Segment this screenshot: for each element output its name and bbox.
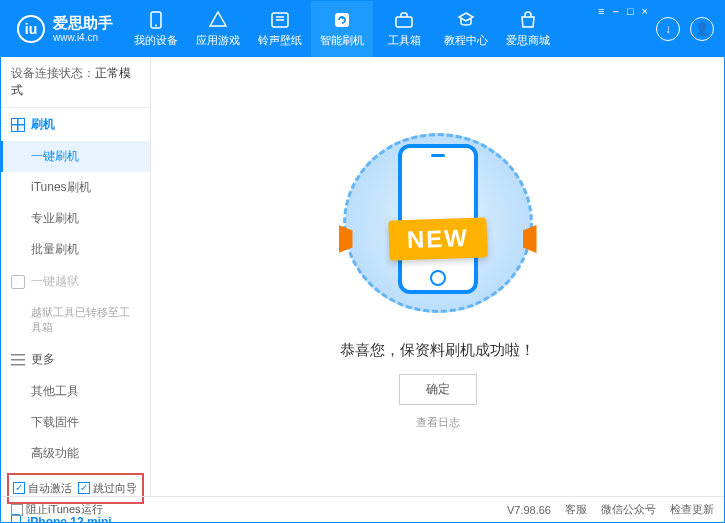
nav: 我的设备 应用游戏 铃声壁纸 智能刷机 工具箱 教程中心	[125, 1, 559, 57]
toolbox-icon	[395, 11, 413, 29]
minimize-icon[interactable]: −	[612, 5, 618, 17]
logo[interactable]: iu 爱思助手 www.i4.cn	[1, 15, 125, 43]
svg-point-1	[155, 24, 157, 26]
sidebar-item-oneclick-flash[interactable]: 一键刷机	[1, 141, 150, 172]
menu-icon[interactable]: ≡	[598, 5, 604, 17]
section-more: 更多 其他工具 下载固件 高级功能	[1, 343, 150, 469]
nav-toolbox[interactable]: 工具箱	[373, 1, 435, 57]
success-illustration: NEW	[333, 123, 543, 323]
section-title: 一键越狱	[31, 273, 79, 290]
section-more-header[interactable]: 更多	[1, 343, 150, 376]
close-icon[interactable]: ×	[642, 5, 648, 17]
footer-wechat[interactable]: 微信公众号	[601, 502, 656, 517]
footer: 阻止iTunes运行 V7.98.66 客服 微信公众号 检查更新	[1, 496, 724, 522]
svg-rect-3	[335, 13, 349, 27]
tutorial-icon	[457, 11, 475, 29]
section-flash: 刷机 一键刷机 iTunes刷机 专业刷机 批量刷机	[1, 108, 150, 265]
nav-label: 铃声壁纸	[258, 33, 302, 48]
nav-label: 教程中心	[444, 33, 488, 48]
footer-check-update[interactable]: 检查更新	[670, 502, 714, 517]
download-icon[interactable]: ↓	[656, 17, 680, 41]
nav-ringtones[interactable]: 铃声壁纸	[249, 1, 311, 57]
ok-button[interactable]: 确定	[399, 374, 477, 405]
profile-icons: ↓ 👤	[656, 17, 724, 41]
flash-icon	[333, 11, 351, 29]
sidebar-item-itunes-flash[interactable]: iTunes刷机	[1, 172, 150, 203]
sidebar: 设备连接状态：正常模式 刷机 一键刷机 iTunes刷机 专业刷机 批量刷机 一…	[1, 57, 151, 496]
checkbox-block-itunes[interactable]: 阻止iTunes运行	[11, 502, 103, 517]
store-icon	[519, 11, 537, 29]
cb-label: 跳过向导	[93, 481, 137, 496]
cb-label: 阻止iTunes运行	[26, 502, 103, 517]
app-window: iu 爱思助手 www.i4.cn 我的设备 应用游戏 铃声壁纸 智能刷机	[0, 0, 725, 523]
sidebar-item-advanced[interactable]: 高级功能	[1, 438, 150, 469]
section-jailbreak: 一键越狱 越狱工具已转移至工具箱	[1, 265, 150, 343]
nav-label: 应用游戏	[196, 33, 240, 48]
sidebar-item-pro-flash[interactable]: 专业刷机	[1, 203, 150, 234]
logo-icon: iu	[17, 15, 45, 43]
nav-my-device[interactable]: 我的设备	[125, 1, 187, 57]
jailbreak-note: 越狱工具已转移至工具箱	[1, 298, 150, 343]
apps-icon	[209, 11, 227, 29]
maximize-icon[interactable]: □	[627, 5, 634, 17]
main-content: NEW 恭喜您，保资料刷机成功啦！ 确定 查看日志	[151, 57, 724, 496]
list-icon	[11, 352, 25, 366]
checkbox-skip-guide[interactable]: ✓跳过向导	[78, 481, 137, 496]
nav-label: 爱思商城	[506, 33, 550, 48]
new-banner: NEW	[388, 217, 487, 260]
wallpaper-icon	[271, 11, 289, 29]
version-label: V7.98.66	[507, 504, 551, 516]
app-url: www.i4.cn	[53, 32, 113, 43]
nav-store[interactable]: 爱思商城	[497, 1, 559, 57]
nav-label: 智能刷机	[320, 33, 364, 48]
user-icon[interactable]: 👤	[690, 17, 714, 41]
flash-section-icon	[11, 118, 25, 132]
success-message: 恭喜您，保资料刷机成功啦！	[340, 341, 535, 360]
section-jailbreak-header[interactable]: 一键越狱	[1, 265, 150, 298]
nav-label: 我的设备	[134, 33, 178, 48]
svg-rect-4	[396, 17, 412, 27]
connection-status: 设备连接状态：正常模式	[1, 57, 150, 108]
titlebar: ≡ − □ ×	[598, 1, 656, 57]
device-icon	[147, 11, 165, 29]
sidebar-item-download-fw[interactable]: 下载固件	[1, 407, 150, 438]
nav-label: 工具箱	[388, 33, 421, 48]
checkbox-auto-activate[interactable]: ✓自动激活	[13, 481, 72, 496]
lock-icon	[11, 275, 25, 289]
cb-label: 自动激活	[28, 481, 72, 496]
app-title: 爱思助手	[53, 15, 113, 32]
header: iu 爱思助手 www.i4.cn 我的设备 应用游戏 铃声壁纸 智能刷机	[1, 1, 724, 57]
section-title: 更多	[31, 351, 55, 368]
sidebar-item-batch-flash[interactable]: 批量刷机	[1, 234, 150, 265]
status-label: 设备连接状态：	[11, 66, 95, 80]
footer-service[interactable]: 客服	[565, 502, 587, 517]
body: 设备连接状态：正常模式 刷机 一键刷机 iTunes刷机 专业刷机 批量刷机 一…	[1, 57, 724, 496]
section-title: 刷机	[31, 116, 55, 133]
logo-text: 爱思助手 www.i4.cn	[53, 15, 113, 43]
view-log-link[interactable]: 查看日志	[416, 415, 460, 430]
section-flash-header[interactable]: 刷机	[1, 108, 150, 141]
nav-apps[interactable]: 应用游戏	[187, 1, 249, 57]
nav-tutorials[interactable]: 教程中心	[435, 1, 497, 57]
nav-flash[interactable]: 智能刷机	[311, 1, 373, 57]
sidebar-item-other-tools[interactable]: 其他工具	[1, 376, 150, 407]
